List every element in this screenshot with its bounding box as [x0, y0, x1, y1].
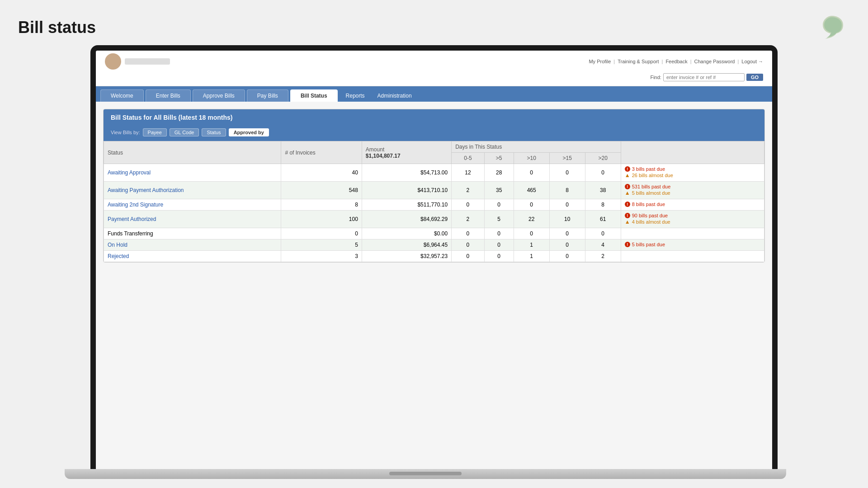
- view-by-status[interactable]: Status: [202, 128, 226, 136]
- alerts-cell: !8 bills past due: [621, 199, 764, 211]
- status-cell: Awaiting Payment Authorization: [104, 182, 281, 199]
- alerts-cell: !531 bills past due▲5 bills almost due: [621, 182, 764, 199]
- alert-item: ▲26 bills almost due: [625, 173, 760, 178]
- days-cell-d0_5: 2: [452, 211, 485, 228]
- days-cell-d20: 4: [585, 239, 621, 251]
- table-row: Awaiting Approval40$54,713.001228000!3 b…: [104, 164, 764, 182]
- days-header: Days in This Status: [452, 141, 621, 153]
- days-cell-d5: 0: [484, 239, 514, 251]
- user-name: [125, 58, 170, 65]
- top-bar: My Profile | Training & Support | Feedba…: [589, 59, 763, 64]
- table-row: Payment Authorized100$84,692.2925221061!…: [104, 211, 764, 228]
- alert-item: !5 bills past due: [625, 242, 760, 247]
- amount-cell: $0.00: [362, 228, 451, 239]
- nav-tabs: Welcome Enter Bills Approve Bills Pay Bi…: [96, 86, 772, 102]
- days-cell-d5: 0: [484, 251, 514, 262]
- tab-bill-status[interactable]: Bill Status: [290, 89, 338, 102]
- view-by-bar: View Bills by: Payee GL Code Status Appr…: [104, 126, 764, 141]
- my-profile-link[interactable]: My Profile: [589, 59, 611, 64]
- laptop-base: [65, 469, 786, 479]
- days-cell-d0_5: 0: [452, 239, 485, 251]
- app-header: My Profile | Training & Support | Feedba…: [96, 51, 772, 86]
- status-cell: Awaiting Approval: [104, 164, 281, 182]
- alert-icon-orange: ▲: [625, 190, 630, 196]
- amount-cell: $84,692.29: [362, 211, 451, 228]
- tab-approve-bills[interactable]: Approve Bills: [193, 89, 245, 102]
- alerts-cell: [621, 251, 764, 262]
- alert-item: !3 bills past due: [625, 166, 760, 172]
- alert-icon-red: !: [625, 202, 630, 207]
- days-cell-d10: 1: [514, 239, 549, 251]
- alert-item: !8 bills past due: [625, 202, 760, 207]
- alert-text: 3 bills past due: [632, 166, 665, 172]
- app-logo: [818, 14, 845, 41]
- days-cell-d15: 8: [549, 182, 585, 199]
- alerts-cell: [621, 228, 764, 239]
- change-password-link[interactable]: Change Password: [694, 59, 735, 64]
- days-cell-d0_5: 0: [452, 199, 485, 211]
- days-cell-d20: 2: [585, 251, 621, 262]
- days-cell-d20: 8: [585, 199, 621, 211]
- panel-header: Bill Status for All Bills (latest 18 mon…: [104, 109, 764, 126]
- invoices-cell: 3: [281, 251, 362, 262]
- days-cell-d10: 0: [514, 199, 549, 211]
- days-cell-d5: 35: [484, 182, 514, 199]
- status-table: Status # of Invoices Amount $1,104,807.1…: [104, 141, 764, 262]
- tab-enter-bills[interactable]: Enter Bills: [146, 89, 191, 102]
- status-link[interactable]: Awaiting Payment Authorization: [108, 187, 184, 193]
- tab-pay-bills[interactable]: Pay Bills: [247, 89, 288, 102]
- invoices-cell: 40: [281, 164, 362, 182]
- alert-icon-orange: ▲: [625, 219, 630, 225]
- status-link[interactable]: Awaiting Approval: [108, 169, 151, 176]
- invoices-cell: 5: [281, 239, 362, 251]
- days-cell-d15: 0: [549, 239, 585, 251]
- laptop-wrapper: My Profile | Training & Support | Feedba…: [90, 45, 778, 479]
- alert-text: 531 bills past due: [632, 184, 671, 189]
- table-row: Awaiting Payment Authorization548$413,71…: [104, 182, 764, 199]
- days-cell-d5: 0: [484, 199, 514, 211]
- alert-text: 5 bills almost due: [632, 190, 670, 196]
- tab-welcome[interactable]: Welcome: [100, 89, 144, 102]
- training-support-link[interactable]: Training & Support: [618, 59, 659, 64]
- alert-item: ▲5 bills almost due: [625, 190, 760, 196]
- screen-inner: My Profile | Training & Support | Feedba…: [96, 51, 772, 469]
- col-amount: Amount $1,104,807.17: [362, 141, 451, 164]
- avatar: [105, 53, 121, 70]
- logout-link[interactable]: Logout →: [741, 59, 763, 64]
- status-link[interactable]: Rejected: [108, 253, 129, 259]
- table-row: Funds Transferring0$0.0000000: [104, 228, 764, 239]
- col-status: Status: [104, 141, 281, 164]
- alert-text: 4 bills almost due: [632, 219, 670, 225]
- days-cell-d20: 61: [585, 211, 621, 228]
- view-by-payee[interactable]: Payee: [143, 128, 167, 136]
- status-link[interactable]: Payment Authorized: [108, 216, 156, 222]
- find-button[interactable]: GO: [746, 74, 763, 81]
- status-link[interactable]: On Hold: [108, 242, 127, 248]
- find-input[interactable]: [663, 73, 745, 81]
- status-link[interactable]: Awaiting 2nd Signature: [108, 202, 163, 208]
- days-cell-d10: 465: [514, 182, 549, 199]
- days-cell-d10: 1: [514, 251, 549, 262]
- status-cell: Funds Transferring: [104, 228, 281, 239]
- laptop-screen: My Profile | Training & Support | Feedba…: [90, 45, 778, 469]
- alert-text: 90 bills past due: [632, 213, 668, 218]
- days-cell-d15: 10: [549, 211, 585, 228]
- days-cell-d15: 0: [549, 164, 585, 182]
- status-cell: Payment Authorized: [104, 211, 281, 228]
- feedback-link[interactable]: Feedback: [665, 59, 687, 64]
- days-cell-d15: 0: [549, 251, 585, 262]
- col-d10: >10: [514, 153, 549, 164]
- alert-item: !531 bills past due: [625, 184, 760, 189]
- view-by-glcode[interactable]: GL Code: [170, 128, 199, 136]
- alerts-cell: !5 bills past due: [621, 239, 764, 251]
- alert-text: 8 bills past due: [632, 202, 665, 207]
- days-cell-d0_5: 0: [452, 228, 485, 239]
- table-row: Rejected3$32,957.2300102: [104, 251, 764, 262]
- tab-administration[interactable]: Administration: [371, 90, 418, 102]
- view-by-approvedby[interactable]: Approved by: [229, 128, 269, 136]
- alert-text: 26 bills almost due: [632, 173, 673, 178]
- view-by-label: View Bills by:: [111, 130, 140, 135]
- amount-cell: $6,964.45: [362, 239, 451, 251]
- table-row: Awaiting 2nd Signature8$511,770.1000008!…: [104, 199, 764, 211]
- tab-reports[interactable]: Reports: [340, 90, 371, 102]
